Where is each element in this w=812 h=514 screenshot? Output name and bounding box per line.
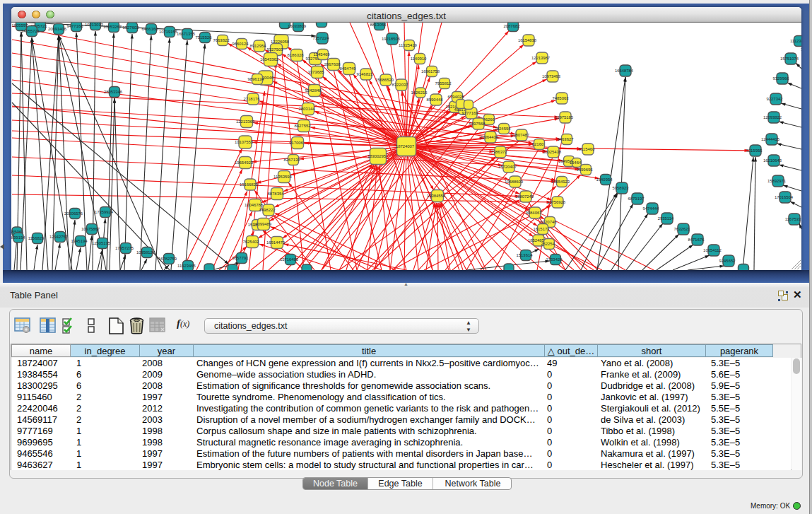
svg-text:9329966: 9329966 <box>773 76 790 81</box>
svg-text:3824554: 3824554 <box>495 127 512 131</box>
svg-text:252254: 252254 <box>541 242 555 246</box>
svg-text:1140910: 1140910 <box>411 57 427 61</box>
svg-text:3373685: 3373685 <box>308 70 325 74</box>
svg-text:18724007: 18724007 <box>396 144 414 148</box>
svg-text:8322037: 8322037 <box>392 83 408 87</box>
svg-text:10975867: 10975867 <box>81 227 100 231</box>
svg-text:15686520: 15686520 <box>375 78 394 82</box>
svg-text:10973493: 10973493 <box>542 74 561 78</box>
svg-text:8427552: 8427552 <box>295 124 311 128</box>
svg-text:7955812: 7955812 <box>435 81 452 86</box>
svg-text:12093822: 12093822 <box>763 115 782 119</box>
svg-text:14099489: 14099489 <box>253 222 271 226</box>
svg-text:10719155: 10719155 <box>159 30 178 34</box>
svg-text:5958923: 5958923 <box>613 186 630 190</box>
svg-text:9660124: 9660124 <box>233 42 249 46</box>
svg-text:7485063: 7485063 <box>553 96 570 100</box>
svg-text:8454749: 8454749 <box>340 66 356 71</box>
svg-text:1626215: 1626215 <box>411 90 428 95</box>
svg-text:9084067: 9084067 <box>526 211 542 215</box>
svg-text:16961758: 16961758 <box>421 69 440 74</box>
svg-text:8912954: 8912954 <box>250 44 267 48</box>
svg-text:1345194: 1345194 <box>71 239 88 243</box>
svg-text:12213987: 12213987 <box>531 56 550 60</box>
svg-text:3215955: 3215955 <box>746 148 763 153</box>
svg-text:16648784: 16648784 <box>615 69 634 73</box>
svg-text:1545469: 1545469 <box>314 52 330 57</box>
svg-text:16543362: 16543362 <box>260 57 278 62</box>
svg-text:9857791: 9857791 <box>233 256 249 260</box>
svg-text:10025438: 10025438 <box>543 150 562 154</box>
svg-text:17016504: 17016504 <box>775 195 794 199</box>
svg-text:10853267: 10853267 <box>103 25 122 29</box>
svg-text:16033809: 16033809 <box>288 24 306 28</box>
svg-text:15716485: 15716485 <box>280 257 299 262</box>
svg-text:19166825: 19166825 <box>240 182 259 187</box>
svg-text:8186328: 8186328 <box>288 53 305 57</box>
svg-text:2718176: 2718176 <box>244 97 261 101</box>
svg-text:16210643: 16210643 <box>763 158 782 163</box>
svg-text:8471676: 8471676 <box>688 238 705 242</box>
svg-text:10958127: 10958127 <box>136 250 155 255</box>
svg-text:10046788: 10046788 <box>245 203 264 207</box>
svg-text:1615172: 1615172 <box>534 227 550 231</box>
svg-text:18807249: 18807249 <box>515 194 534 199</box>
svg-text:6497568: 6497568 <box>469 122 486 126</box>
svg-text:6794028: 6794028 <box>448 95 465 99</box>
svg-text:1112384: 1112384 <box>790 39 801 43</box>
svg-text:20691406: 20691406 <box>48 27 67 31</box>
svg-text:7625402: 7625402 <box>243 240 259 244</box>
svg-text:19384554: 19384554 <box>427 194 446 198</box>
svg-text:16914479: 16914479 <box>266 240 285 245</box>
svg-text:1513614: 1513614 <box>517 253 534 257</box>
svg-text:10107553: 10107553 <box>235 140 254 144</box>
svg-text:16671355: 16671355 <box>177 32 196 36</box>
svg-text:7386372: 7386372 <box>491 150 507 154</box>
svg-text:12975185: 12975185 <box>555 115 574 119</box>
svg-text:9146821: 9146821 <box>357 72 373 76</box>
svg-text:8813054: 8813054 <box>370 23 387 27</box>
svg-text:1156829: 1156829 <box>28 236 45 240</box>
svg-text:12505135: 12505135 <box>92 241 111 245</box>
svg-text:62160: 62160 <box>532 142 544 146</box>
svg-text:9242848: 9242848 <box>305 88 322 93</box>
svg-text:1527602: 1527602 <box>123 25 139 30</box>
svg-text:17957275: 17957275 <box>115 246 134 250</box>
svg-text:10654112: 10654112 <box>703 248 722 252</box>
svg-text:10213013: 10213013 <box>85 23 104 27</box>
svg-text:11923465: 11923465 <box>177 264 196 268</box>
svg-text:18300295: 18300295 <box>367 154 387 158</box>
svg-text:6466160: 6466160 <box>142 27 159 31</box>
svg-text:14055721: 14055721 <box>21 29 40 33</box>
svg-text:7357224: 7357224 <box>313 36 330 40</box>
svg-text:20364436: 20364436 <box>480 135 499 139</box>
svg-text:1640954: 1640954 <box>596 177 613 182</box>
svg-text:11353594: 11353594 <box>273 175 292 179</box>
svg-text:8878354: 8878354 <box>268 192 285 196</box>
svg-text:9477166: 9477166 <box>67 24 84 28</box>
svg-text:9699695: 9699695 <box>577 168 594 172</box>
svg-text:2839154: 2839154 <box>11 235 25 240</box>
svg-text:9245652: 9245652 <box>719 259 736 263</box>
svg-text:8990448: 8990448 <box>427 98 444 102</box>
svg-text:7663822: 7663822 <box>213 38 230 42</box>
svg-text:10807487: 10807487 <box>511 133 529 137</box>
svg-text:917006: 917006 <box>289 141 303 145</box>
svg-text:19654923: 19654923 <box>551 180 570 184</box>
svg-text:9227342: 9227342 <box>767 97 783 101</box>
svg-text:1167533: 1167533 <box>785 217 801 221</box>
svg-text:6879197: 6879197 <box>628 197 645 201</box>
svg-text:15464: 15464 <box>570 160 582 165</box>
svg-text:12444415: 12444415 <box>761 137 780 141</box>
svg-text:16154838: 16154838 <box>518 38 537 42</box>
svg-text:15720407: 15720407 <box>498 165 517 169</box>
svg-text:15892971: 15892971 <box>767 179 786 183</box>
svg-text:16782759: 16782759 <box>158 257 177 261</box>
svg-text:2935114: 2935114 <box>658 216 674 221</box>
svg-text:9474444: 9474444 <box>643 206 660 211</box>
svg-text:9463627: 9463627 <box>558 137 574 141</box>
svg-text:7515526: 7515526 <box>196 35 213 40</box>
svg-text:20206576: 20206576 <box>64 211 83 216</box>
svg-text:19218506: 19218506 <box>382 37 401 41</box>
svg-text:1805597: 1805597 <box>12 23 28 28</box>
